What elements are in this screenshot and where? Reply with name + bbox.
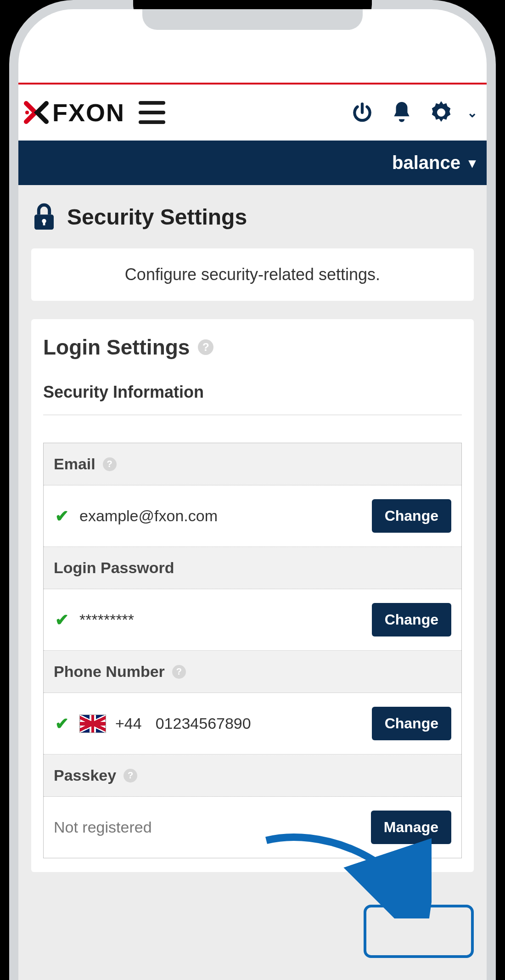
panel-title: Login Settings <box>43 335 190 360</box>
manage-passkey-button[interactable]: Manage <box>371 811 451 844</box>
password-label: Login Password <box>54 559 174 577</box>
help-icon[interactable]: ? <box>172 665 186 679</box>
phone-notch-inner <box>142 9 363 30</box>
email-label: Email <box>54 455 95 473</box>
row-header-password: Login Password <box>44 547 461 589</box>
power-icon[interactable] <box>348 99 376 126</box>
passkey-value: Not registered <box>54 818 362 836</box>
change-email-button[interactable]: Change <box>372 499 451 533</box>
row-header-email: Email ? <box>44 443 461 485</box>
page-title: Security Settings <box>67 204 247 230</box>
security-info-table: Email ? ✔ example@fxon.com Change Login … <box>43 443 462 858</box>
brand-logo-mark <box>23 99 50 126</box>
page-body: Security Settings Configure security-rel… <box>18 185 487 980</box>
brand-logo-text: FXON <box>52 98 125 127</box>
check-icon: ✔ <box>54 507 70 526</box>
phone-frame: FXON <box>9 0 496 980</box>
phone-screen: FXON <box>18 9 487 980</box>
row-body-passkey: Not registered Manage <box>44 797 461 858</box>
help-icon[interactable]: ? <box>198 339 213 355</box>
topbar-icons: ⌄ <box>348 99 477 126</box>
login-settings-panel: Login Settings ? Security Information Em… <box>31 319 474 872</box>
password-value: ********* <box>79 611 363 629</box>
brand-logo[interactable]: FXON <box>23 98 125 127</box>
row-body-password: ✔ ********* Change <box>44 589 461 651</box>
row-header-phone: Phone Number ? <box>44 651 461 693</box>
row-header-passkey: Passkey ? <box>44 755 461 797</box>
email-value: example@fxon.com <box>79 507 363 525</box>
chevron-down-icon: ▾ <box>469 155 476 171</box>
page-description: Configure security-related settings. <box>31 248 474 301</box>
svg-rect-4 <box>43 221 45 225</box>
row-body-email: ✔ example@fxon.com Change <box>44 485 461 547</box>
phone-dialcode: +44 <box>115 715 142 732</box>
gear-icon[interactable] <box>427 99 455 126</box>
change-phone-button[interactable]: Change <box>372 707 451 740</box>
balance-label: balance <box>392 152 460 173</box>
help-icon[interactable]: ? <box>123 769 137 783</box>
lock-icon <box>31 202 57 232</box>
help-icon[interactable]: ? <box>103 457 117 471</box>
svg-point-1 <box>438 109 444 116</box>
topbar: FXON <box>18 84 487 141</box>
check-icon: ✔ <box>54 714 70 733</box>
phone-number: 01234567890 <box>156 715 251 732</box>
flag-gb-icon <box>79 715 106 733</box>
row-body-phone: ✔ +44 01234567890 Change <box>44 693 461 755</box>
app-root: FXON <box>18 83 487 980</box>
chevron-down-icon[interactable]: ⌄ <box>467 105 477 120</box>
page-title-row: Security Settings <box>18 185 487 248</box>
passkey-label: Passkey <box>54 766 116 784</box>
balance-dropdown[interactable]: balance ▾ <box>18 141 487 185</box>
menu-icon[interactable] <box>139 101 165 124</box>
section-subheading: Security Information <box>43 383 462 415</box>
change-password-button[interactable]: Change <box>372 603 451 636</box>
phone-label: Phone Number <box>54 663 165 681</box>
bell-icon[interactable] <box>388 99 415 126</box>
check-icon: ✔ <box>54 610 70 630</box>
svg-point-0 <box>25 111 29 114</box>
